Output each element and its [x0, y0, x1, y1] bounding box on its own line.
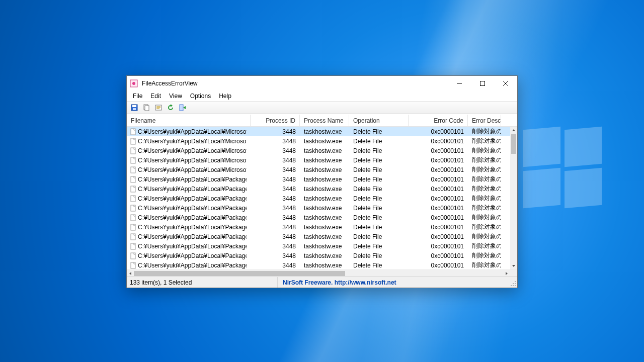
scroll-thumb[interactable] [511, 134, 516, 154]
toolbar-refresh-button[interactable] [166, 103, 175, 112]
file-icon [130, 195, 137, 202]
scroll-left-icon[interactable] [127, 270, 134, 277]
menu-help[interactable]: Help [215, 92, 235, 101]
cell-error-description: 削除対象のデ [468, 137, 501, 145]
menu-options[interactable]: Options [186, 92, 215, 101]
cell-process-name: taskhostw.exe [300, 205, 349, 212]
listview: Filename Process ID Process Name Operati… [127, 114, 517, 277]
scroll-track[interactable] [510, 134, 517, 262]
cell-error-code: 0xc0000101 [409, 205, 468, 212]
scroll-right-icon[interactable] [503, 270, 510, 277]
svg-rect-27 [131, 234, 135, 240]
table-row[interactable]: C:¥Users¥yuki¥AppData¥Local¥Packages...3… [127, 213, 510, 222]
cell-error-description: 削除対象のデ [468, 165, 501, 174]
cell-error-description: 削除対象のデ [468, 194, 501, 203]
cell-process-id: 3448 [251, 233, 300, 240]
file-icon [130, 166, 137, 173]
toolbar-properties-button[interactable] [154, 103, 163, 112]
menu-edit[interactable]: Edit [146, 92, 165, 101]
cell-filename: C:¥Users¥yuki¥AppData¥Local¥Packages... [127, 224, 251, 231]
cell-filename: C:¥Users¥yuki¥AppData¥Local¥Microsoft... [127, 157, 251, 164]
cell-operation: Delete File [349, 233, 409, 240]
table-row[interactable]: C:¥Users¥yuki¥AppData¥Local¥Packages...3… [127, 184, 510, 194]
table-row[interactable]: C:¥Users¥yuki¥AppData¥Local¥Packages...3… [127, 203, 510, 213]
toolbar-exit-button[interactable] [178, 103, 187, 112]
menu-view[interactable]: View [165, 92, 186, 101]
svg-point-32 [515, 283, 516, 284]
cell-filename: C:¥Users¥yuki¥AppData¥Local¥Packages... [127, 214, 251, 221]
cell-operation: Delete File [349, 186, 409, 193]
cell-filename: C:¥Users¥yuki¥AppData¥Local¥Microsoft... [127, 128, 251, 135]
file-icon [130, 138, 137, 145]
titlebar[interactable]: FileAccessErrorView [127, 76, 517, 91]
table-row[interactable]: C:¥Users¥yuki¥AppData¥Local¥Packages...3… [127, 222, 510, 232]
table-row[interactable]: C:¥Users¥yuki¥AppData¥Local¥Packages...3… [127, 260, 510, 269]
scroll-up-icon[interactable] [510, 127, 517, 134]
cell-process-id: 3448 [251, 138, 300, 145]
column-header-error-code[interactable]: Error Code [409, 115, 468, 126]
svg-point-31 [515, 281, 516, 282]
listview-body[interactable]: C:¥Users¥yuki¥AppData¥Local¥Microsoft...… [127, 127, 517, 269]
cell-process-id: 3448 [251, 157, 300, 164]
window-title: FileAccessErrorView [142, 80, 197, 87]
table-row[interactable]: C:¥Users¥yuki¥AppData¥Local¥Packages...3… [127, 194, 510, 203]
column-header-process-id[interactable]: Process ID [251, 115, 300, 126]
status-credit-link[interactable]: NirSoft Freeware. http://www.nirsoft.net [278, 277, 517, 288]
listview-header: Filename Process ID Process Name Operati… [127, 115, 517, 127]
cell-operation: Delete File [349, 166, 409, 173]
file-icon [130, 128, 137, 135]
toolbar-save-button[interactable] [130, 103, 139, 112]
menubar: File Edit View Options Help [127, 91, 517, 101]
cell-error-code: 0xc0000101 [409, 214, 468, 221]
table-row[interactable]: C:¥Users¥yuki¥AppData¥Local¥Packages...3… [127, 251, 510, 260]
scroll-thumb-h[interactable] [134, 271, 345, 276]
cell-error-description: 削除対象のデ [468, 242, 501, 250]
cell-error-code: 0xc0000101 [409, 252, 468, 259]
minimize-button[interactable] [448, 76, 471, 91]
scroll-down-icon[interactable] [510, 262, 517, 269]
svg-rect-29 [131, 253, 135, 259]
table-row[interactable]: C:¥Users¥yuki¥AppData¥Local¥Packages...3… [127, 241, 510, 251]
svg-rect-18 [131, 148, 135, 154]
resize-grip-icon[interactable] [510, 281, 516, 287]
column-header-process-name[interactable]: Process Name [300, 115, 349, 126]
cell-filename: C:¥Users¥yuki¥AppData¥Local¥Microsoft... [127, 138, 251, 145]
svg-rect-23 [131, 196, 135, 202]
windows-logo-icon [523, 128, 604, 209]
status-item-count: 133 item(s), 1 Selected [127, 277, 278, 288]
cell-process-id: 3448 [251, 166, 300, 173]
svg-rect-8 [133, 108, 136, 110]
cell-process-name: taskhostw.exe [300, 233, 349, 240]
cell-process-id: 3448 [251, 147, 300, 154]
column-header-operation[interactable]: Operation [349, 115, 409, 126]
horizontal-scrollbar[interactable] [127, 269, 517, 277]
table-row[interactable]: C:¥Users¥yuki¥AppData¥Local¥Microsoft...… [127, 127, 510, 136]
cell-process-id: 3448 [251, 252, 300, 259]
table-row[interactable]: C:¥Users¥yuki¥AppData¥Local¥Microsoft...… [127, 146, 510, 155]
cell-error-code: 0xc0000101 [409, 233, 468, 240]
scroll-track-h[interactable] [134, 270, 503, 277]
table-row[interactable]: C:¥Users¥yuki¥AppData¥Local¥Microsoft...… [127, 165, 510, 174]
file-icon [130, 147, 137, 154]
maximize-button[interactable] [471, 76, 494, 91]
svg-rect-7 [132, 105, 136, 107]
column-header-filename[interactable]: Filename [127, 115, 251, 126]
cell-error-code: 0xc0000101 [409, 138, 468, 145]
close-button[interactable] [494, 76, 517, 91]
cell-process-id: 3448 [251, 195, 300, 202]
cell-process-name: taskhostw.exe [300, 186, 349, 193]
vertical-scrollbar[interactable] [510, 127, 517, 269]
app-window: FileAccessErrorView File Edit View Optio… [126, 75, 518, 288]
menu-file[interactable]: File [129, 92, 146, 101]
cell-filename: C:¥Users¥yuki¥AppData¥Local¥Packages... [127, 195, 251, 202]
column-header-error-description[interactable]: Error Descrip [468, 115, 501, 126]
cell-error-description: 削除対象のデ [468, 175, 501, 184]
table-row[interactable]: C:¥Users¥yuki¥AppData¥Local¥Microsoft...… [127, 155, 510, 165]
cell-filename: C:¥Users¥yuki¥AppData¥Local¥Packages... [127, 233, 251, 240]
toolbar-copy-button[interactable] [142, 103, 151, 112]
table-row[interactable]: C:¥Users¥yuki¥AppData¥Local¥Packages...3… [127, 174, 510, 184]
table-row[interactable]: C:¥Users¥yuki¥AppData¥Local¥Microsoft...… [127, 136, 510, 146]
table-row[interactable]: C:¥Users¥yuki¥AppData¥Local¥Packages...3… [127, 232, 510, 241]
cell-process-name: taskhostw.exe [300, 128, 349, 135]
svg-rect-3 [480, 81, 485, 86]
